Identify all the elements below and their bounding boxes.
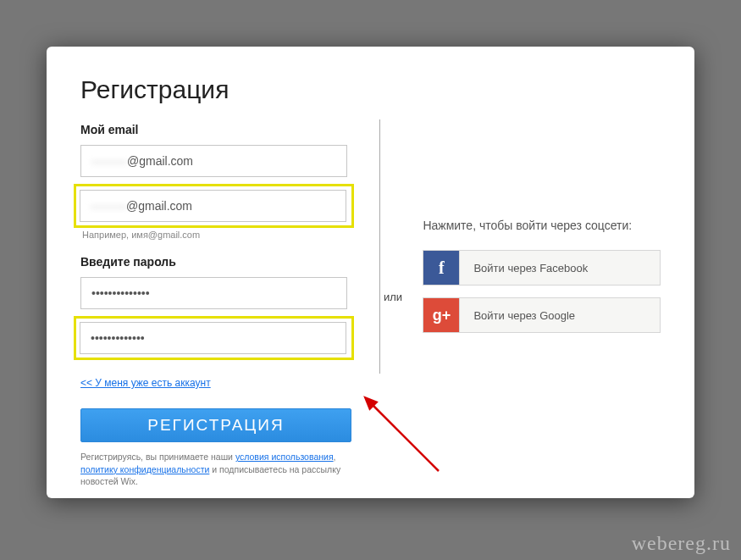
form-right-column: Нажмите, чтобы войти через соцсети: f Во…: [423, 119, 661, 488]
email-confirm-field[interactable]: ———@gmail.com: [80, 190, 346, 222]
or-label: или: [384, 287, 402, 307]
email-confirm-highlight: ———@gmail.com: [74, 184, 354, 228]
terms-text: Регистрируясь, вы принимаете наши услови…: [80, 451, 351, 488]
email-confirm-blurred-part: ———: [91, 199, 126, 213]
password-field[interactable]: ••••••••••••••: [80, 277, 347, 309]
password-confirm-highlight: •••••••••••••: [74, 316, 354, 360]
vertical-divider: [379, 119, 380, 374]
google-label: Войти через Google: [459, 298, 660, 332]
form-left-column: Мой email ———@gmail.com ———@gmail.com На…: [80, 119, 354, 488]
email-confirm-suffix: @gmail.com: [126, 199, 192, 213]
facebook-icon: f: [423, 251, 459, 285]
email-field[interactable]: ———@gmail.com: [80, 145, 347, 177]
email-label: Мой email: [80, 123, 354, 136]
privacy-link[interactable]: политику конфиденциальности: [80, 464, 209, 474]
watermark: webereg.ru: [632, 532, 731, 555]
email-blurred-part: ———: [91, 154, 127, 168]
page-title: Регистрация: [80, 75, 661, 104]
submit-button[interactable]: РЕГИСТРАЦИЯ: [80, 408, 351, 442]
facebook-label: Войти через Facebook: [459, 251, 660, 285]
password-confirm-field[interactable]: •••••••••••••: [80, 322, 346, 354]
google-plus-icon: g+: [423, 298, 459, 332]
tos-link[interactable]: условия использования: [235, 452, 334, 462]
social-hint: Нажмите, чтобы войти через соцсети:: [423, 217, 661, 235]
facebook-login-button[interactable]: f Войти через Facebook: [423, 250, 661, 286]
email-hint: Например, имя@gmail.com: [82, 230, 354, 240]
google-login-button[interactable]: g+ Войти через Google: [423, 297, 661, 333]
password-input-wrap: ••••••••••••••: [80, 277, 354, 309]
password-label: Введите пароль: [80, 255, 354, 269]
email-suffix: @gmail.com: [127, 154, 193, 168]
registration-dialog: Регистрация Мой email ———@gmail.com ———@…: [47, 47, 694, 498]
form-columns: Мой email ———@gmail.com ———@gmail.com На…: [80, 119, 661, 488]
login-link[interactable]: << У меня уже есть аккаунт: [80, 377, 211, 389]
email-input-wrap: ———@gmail.com: [80, 145, 354, 177]
